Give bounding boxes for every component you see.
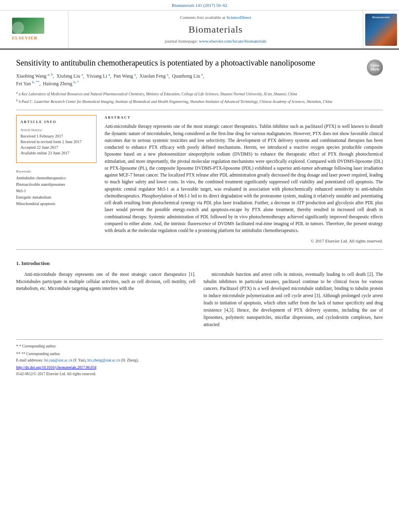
journal-header: ELSEVIER Contents lists available at Sci… xyxy=(0,10,399,49)
homepage-prefix: journal homepage: xyxy=(165,39,198,43)
sciencedirect-link: Contents lists available at ScienceDirec… xyxy=(180,14,251,21)
double-star-icon: ** xyxy=(16,351,21,356)
authors-line: Xiaobing Wang a, b, Xiufang Liu a, Yixia… xyxy=(16,72,383,87)
intro-para-right: microtubule function and arrest cells in… xyxy=(204,271,383,329)
affil-sup-a: a xyxy=(16,91,18,94)
available-date: Available online 23 June 2017 xyxy=(21,150,92,156)
author-pan: Pan Wang xyxy=(113,73,133,79)
author-sup-4: a xyxy=(134,72,136,76)
author-sup-6: a xyxy=(202,72,203,76)
revised-date: Received in revised form 2 June 2017 xyxy=(21,139,92,145)
copyright-line: © 2017 Elsevier Ltd. All rights reserved… xyxy=(105,238,383,244)
intro-two-col: Anti-microtubule therapy represents one … xyxy=(16,271,383,332)
divider-1 xyxy=(16,110,383,110)
keywords-box: Keywords: Antitubulin chemotherapeutics … xyxy=(16,169,97,207)
author-sup-8: b, * xyxy=(74,80,79,84)
article-info-title: Article info xyxy=(21,119,92,125)
received-date: Received 1 February 2017 xyxy=(21,134,92,139)
crossmark-icon: CrossMark xyxy=(367,60,383,76)
sciencedirect-anchor[interactable]: ScienceDirect xyxy=(226,15,251,20)
author-quanhong: Quanhong Liu xyxy=(172,73,200,79)
section-title: Introduction xyxy=(21,260,50,266)
email-2-name: (H. Zheng). xyxy=(121,358,139,362)
accepted-date: Accepted 22 June 2017 xyxy=(21,145,92,150)
author-yixiang: Yixiang Li xyxy=(86,73,107,79)
crossmark-badge: CrossMark xyxy=(367,60,383,76)
biomaterials-logo-area: Biomaterials xyxy=(363,10,399,48)
author-xiaolan: Xiaolan Feng xyxy=(140,73,166,79)
affil-b-text: b Paul C. Lauterbur Research Center for … xyxy=(19,100,332,104)
intro-left-col: Anti-microtubule therapy represents one … xyxy=(16,271,195,332)
introduction-section: 1. Introduction Anti-microtubule therapy… xyxy=(16,260,383,332)
keywords-label: Keywords: xyxy=(16,169,97,174)
intro-right-col: microtubule function and arrest cells in… xyxy=(204,271,383,332)
keyword-4: Energetic metabolism xyxy=(16,195,97,200)
email-1-link[interactable]: fei.yan@siat.ac.cn xyxy=(44,358,72,362)
author-sup-1: a, b xyxy=(47,72,53,76)
divider-2 xyxy=(16,249,383,250)
right-column: Abstract Anti-microtubule therapy repres… xyxy=(105,115,383,244)
two-col-section: Article info Article history: Received 1… xyxy=(16,115,383,244)
author-xiufang: Xiufang Liu xyxy=(56,73,80,79)
author-xiaobing: Xiaobing Wang xyxy=(16,73,46,79)
intro-left-text: Anti-microtubule therapy represents one … xyxy=(16,271,195,292)
email-1-name: (F. Yan) xyxy=(73,358,85,362)
journal-title: Biomaterials xyxy=(189,23,243,37)
page: Biomaterials 141 (2017) 50–62 ELSEVIER C… xyxy=(0,0,399,532)
doi-anchor[interactable]: http://dx.doi.org/10.1016/j.biomaterials… xyxy=(16,366,97,370)
author-sup-3: a xyxy=(108,72,110,76)
article-info-box: Article info Article history: Received 1… xyxy=(16,115,97,163)
author-fei: Fei Yan xyxy=(16,81,31,86)
author-sup-7: b, ** xyxy=(32,80,39,84)
left-column: Article info Article history: Received 1… xyxy=(16,115,97,244)
abstract-title: Abstract xyxy=(105,115,383,120)
journal-citation: Biomaterials 141 (2017) 50–62 xyxy=(0,0,399,10)
affiliation-a: a a Key Laboratory of Medicinal Resource… xyxy=(16,90,383,97)
star-icon: * xyxy=(16,343,19,348)
affil-a-text: a Key Laboratory of Medicinal Resources … xyxy=(19,92,297,96)
author-sup-2: a xyxy=(81,72,83,76)
journal-title-area: Contents lists available at ScienceDirec… xyxy=(68,10,363,48)
biomaterials-logo: Biomaterials xyxy=(365,14,397,46)
author-hairong: Hairong Zheng xyxy=(43,81,72,86)
history-label: Article history: xyxy=(21,127,92,133)
section-number: 1. xyxy=(16,260,20,266)
journal-homepage: journal homepage: www.elsevier.com/locat… xyxy=(165,38,267,44)
corresponding-2: ** ** Corresponding author. xyxy=(16,351,383,357)
intro-header: 1. Introduction xyxy=(16,260,383,267)
email-2-link[interactable]: hrz.zheng@siat.ac.cn xyxy=(87,358,120,362)
biomaterials-logo-text: Biomaterials xyxy=(372,16,390,20)
doi-link: http://dx.doi.org/10.1016/j.biomaterials… xyxy=(16,365,383,370)
keyword-1: Antitubulin chemotherapeutics xyxy=(16,175,97,181)
abstract-paragraph: Anti-microtubule therapy represents one … xyxy=(105,123,383,234)
sciencedirect-prefix: Contents lists available at xyxy=(180,15,225,20)
elsevier-label: ELSEVIER xyxy=(12,35,38,41)
intro-right-text: microtubule function and arrest cells in… xyxy=(204,271,383,329)
keyword-3: Mcl-1 xyxy=(16,188,97,194)
affil-sup-b: b xyxy=(16,99,18,102)
affiliation-b: b b Paul C. Lauterbur Research Center fo… xyxy=(16,98,383,105)
issn-line: 0142-9612/© 2017 Elsevier Ltd. All right… xyxy=(16,372,383,377)
intro-para-left: Anti-microtubule therapy represents one … xyxy=(16,271,195,292)
abstract-text: Anti-microtubule therapy represents one … xyxy=(105,123,383,234)
paper-title: Sensitivity to antitubulin chemotherapeu… xyxy=(16,58,383,68)
citation-text: Biomaterials 141 (2017) 50–62 xyxy=(172,3,227,8)
article-history: Article history: Received 1 February 201… xyxy=(21,127,92,156)
homepage-link[interactable]: www.elsevier.com/locate/biomaterials xyxy=(199,39,267,43)
article-main: CrossMark Sensitivity to antitubulin che… xyxy=(0,49,399,385)
elsevier-logo-area: ELSEVIER xyxy=(0,10,68,48)
corresponding-1: * * Corresponding author. xyxy=(16,343,383,349)
corresponding-2-text: ** Corresponding author. xyxy=(21,352,60,356)
elsevier-logo: ELSEVIER xyxy=(12,18,56,42)
logo-graphic xyxy=(12,18,44,34)
corresponding-1-text: * Corresponding author. xyxy=(19,344,56,348)
footer-section: * * Corresponding author. ** ** Correspo… xyxy=(16,339,383,377)
affiliations: a a Key Laboratory of Medicinal Resource… xyxy=(16,90,383,105)
keyword-5: Mitochondrial apoptosis xyxy=(16,201,97,207)
keyword-2: Photoactivable nanoliposomes xyxy=(16,182,97,187)
email-addresses: E-mail addresses: fei.yan@siat.ac.cn (F.… xyxy=(16,358,383,363)
author-sup-5: a xyxy=(167,72,169,76)
email-label: E-mail addresses: xyxy=(16,358,43,362)
